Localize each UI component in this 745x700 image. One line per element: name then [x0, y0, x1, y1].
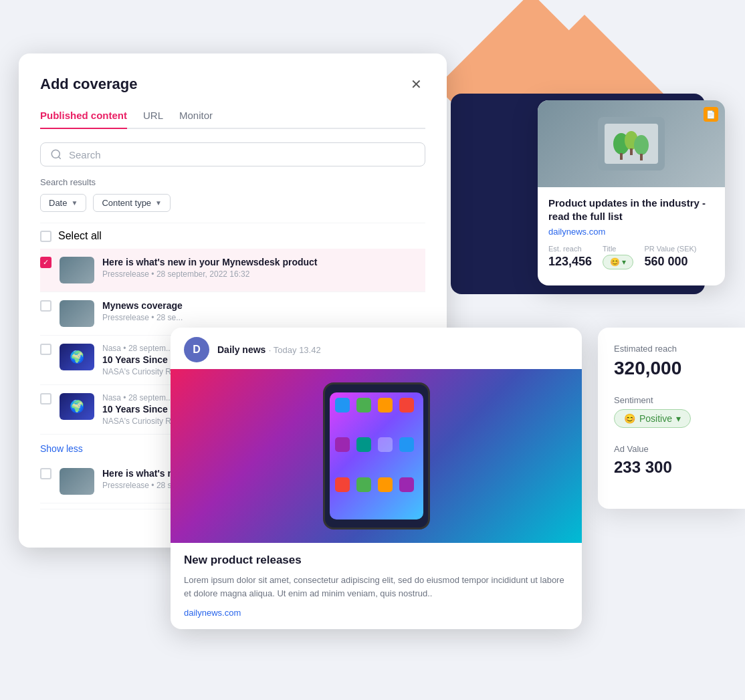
tablet-illustration — [323, 382, 430, 530]
filters-row: Date ▼ Content type ▼ — [40, 194, 425, 212]
app-icon-5 — [335, 437, 350, 452]
est-reach-label: Est. reach — [548, 245, 592, 253]
result-thumb-3: 🌍 — [60, 344, 94, 370]
modal-header: Add coverage ✕ — [40, 75, 425, 94]
metric-sentiment: Sentiment 😊 Positive ▾ — [614, 395, 729, 428]
app-icon-4 — [399, 398, 414, 413]
svg-line-9 — [58, 156, 60, 158]
app-icon-6 — [356, 437, 371, 452]
result-checkbox-1[interactable] — [40, 257, 51, 268]
ad-value-label: Ad Value — [614, 444, 729, 454]
ad-value-value: 233 300 — [614, 458, 729, 477]
news-card: D Daily news · Today 13.42 — [171, 328, 582, 629]
app-icon-10 — [356, 477, 371, 492]
sentiment-badge-large[interactable]: 😊 Positive ▾ — [614, 409, 729, 428]
article-card: 📄 Product updates in the industry - read… — [538, 100, 725, 285]
search-box — [40, 142, 425, 166]
svg-point-4 — [634, 135, 649, 155]
modal-tabs: Published content URL Monitor — [40, 110, 425, 129]
result-title-2: Mynews coverage — [102, 300, 425, 311]
search-input[interactable] — [69, 149, 415, 160]
filter-content-type-label: Content type — [102, 198, 151, 208]
result-thumb-5 — [60, 468, 94, 495]
svg-point-8 — [51, 150, 60, 158]
svg-rect-5 — [620, 153, 623, 160]
tab-monitor[interactable]: Monitor — [179, 110, 213, 129]
estimated-reach-value: 320,000 — [614, 358, 729, 379]
news-card-text: Lorem ipsum dolor sit amet, consectetur … — [184, 574, 568, 600]
title-label: Title — [603, 245, 633, 253]
app-icon-2 — [356, 398, 371, 413]
article-badge: 📄 — [704, 107, 718, 122]
result-checkbox-2[interactable] — [40, 300, 51, 312]
result-thumb-4: 🌍 — [60, 393, 94, 420]
result-thumb-1 — [60, 257, 94, 283]
news-card-link[interactable]: dailynews.com — [184, 608, 241, 618]
article-card-image: 📄 — [538, 100, 725, 187]
result-title-1: Here is what's new in your Mynewsdesk pr… — [102, 257, 425, 267]
close-button[interactable]: ✕ — [407, 75, 425, 94]
news-card-title: New product releases — [184, 554, 568, 567]
result-content-2: Mynews coverage Pressrelease • 28 se... — [102, 300, 425, 322]
result-content-1: Here is what's new in your Mynewsdesk pr… — [102, 257, 425, 279]
news-card-body: New product releases Lorem ipsum dolor s… — [171, 543, 582, 629]
tablet-screen — [330, 392, 423, 519]
app-icon-8 — [399, 437, 414, 452]
result-checkbox-3[interactable] — [40, 344, 51, 355]
sentiment-label: Sentiment — [614, 395, 729, 405]
result-meta-1: Pressrelease • 28 september, 2022 16:32 — [102, 269, 425, 279]
filter-date-button[interactable]: Date ▼ — [40, 194, 86, 212]
tab-url[interactable]: URL — [143, 110, 163, 129]
news-avatar: D — [184, 337, 209, 362]
metric-estimated-reach: Estimated reach 320,000 — [614, 344, 729, 379]
sentiment-value: Positive — [639, 413, 672, 424]
article-card-body: Product updates in the industry - read t… — [538, 187, 725, 285]
result-checkbox-4[interactable] — [40, 393, 51, 404]
stat-est-reach: Est. reach 123,456 — [548, 245, 592, 269]
filter-date-label: Date — [49, 198, 67, 208]
app-icon-11 — [378, 477, 393, 492]
pr-value-label: PR Value (SEK) — [644, 245, 696, 253]
svg-rect-7 — [640, 154, 643, 160]
news-source-name: Daily news — [217, 344, 265, 355]
app-icon-9 — [335, 477, 350, 492]
svg-rect-6 — [630, 148, 633, 155]
est-reach-value: 123,456 — [548, 255, 592, 269]
app-icon-12 — [399, 477, 414, 492]
sentiment-badge[interactable]: 😊 ▾ — [603, 255, 633, 269]
app-icon-7 — [378, 437, 393, 452]
tab-published-content[interactable]: Published content — [40, 110, 127, 129]
app-icon-3 — [378, 398, 393, 413]
filter-content-type-button[interactable]: Content type ▼ — [93, 194, 171, 212]
news-card-header: D Daily news · Today 13.42 — [171, 328, 582, 369]
chevron-down-icon: ▼ — [71, 199, 78, 207]
article-image-bg — [538, 100, 725, 187]
sentiment-emoji: 😊 — [624, 413, 635, 424]
article-stats: Est. reach 123,456 Title 😊 ▾ PR Value (S… — [548, 245, 714, 269]
metrics-panel: Estimated reach 320,000 Sentiment 😊 Posi… — [598, 328, 745, 509]
article-card-title: Product updates in the industry - read t… — [548, 197, 714, 223]
modal-title: Add coverage — [40, 76, 138, 93]
result-meta-2: Pressrelease • 28 se... — [102, 313, 425, 322]
news-source-info: Daily news · Today 13.42 — [217, 344, 321, 356]
app-icon-1 — [335, 398, 350, 413]
result-checkbox-5[interactable] — [40, 468, 51, 479]
divider-1 — [40, 223, 425, 223]
search-icon — [50, 148, 62, 160]
metric-ad-value: Ad Value 233 300 — [614, 444, 729, 477]
pr-value: 560 000 — [644, 255, 696, 269]
result-thumb-2 — [60, 300, 94, 327]
show-less-link[interactable]: Show less — [40, 443, 83, 454]
estimated-reach-label: Estimated reach — [614, 344, 729, 354]
select-all-checkbox[interactable] — [40, 231, 51, 242]
article-card-link[interactable]: dailynews.com — [548, 227, 714, 237]
search-results-label: Search results — [40, 177, 425, 187]
select-all-row: Select all — [40, 226, 425, 249]
news-card-image — [171, 369, 582, 543]
chevron-down-icon: ▼ — [155, 199, 162, 207]
news-time: · Today 13.42 — [269, 345, 321, 355]
article-image-illustration — [591, 110, 671, 177]
chevron-down-icon: ▾ — [676, 413, 681, 424]
stat-title: Title 😊 ▾ — [603, 245, 633, 269]
result-item-1: Here is what's new in your Mynewsdesk pr… — [40, 249, 425, 292]
